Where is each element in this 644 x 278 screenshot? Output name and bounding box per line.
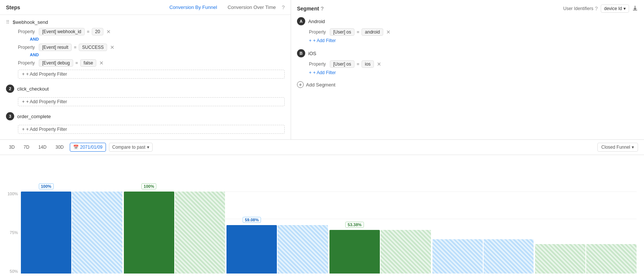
filter-label: Property [18, 29, 37, 34]
tab-time[interactable]: Conversion Over Time [223, 3, 280, 12]
remove-filter-btn[interactable]: ✕ [109, 45, 115, 50]
bottom-section: 3D 7D 14D 30D 📅 2071/01/09 Compare to pa… [0, 140, 644, 278]
tab-funnel[interactable]: Conversion By Funnel [165, 3, 222, 12]
segment-android-filters: Property [User] os = android ✕ + + Add F… [309, 28, 638, 43]
add-property-filter-btn-1[interactable]: + + Add Property Filter [18, 70, 285, 79]
bar [175, 192, 225, 274]
remove-filter-btn[interactable]: ✕ [385, 29, 391, 35]
bar-group-2: 100% [124, 192, 225, 274]
bar-group-5 [432, 192, 534, 274]
filter-op: = [75, 60, 78, 66]
filter-row: Property [Event] result = SUCCESS ✕ [18, 44, 285, 51]
step-3-header: 3 order_complete [6, 112, 285, 120]
compare-btn[interactable]: Compare to past ▾ [109, 143, 153, 152]
bars-container: 100% 100% 59.08% 53.38% [21, 192, 637, 274]
remove-filter-btn[interactable]: ✕ [376, 61, 382, 67]
remove-filter-btn[interactable]: ✕ [106, 29, 112, 34]
filter-row: Property [User] os = ios ✕ [309, 60, 638, 68]
steps-header: Steps Conversion By Funnel Conversion Ov… [0, 0, 291, 15]
filter-op: = [357, 29, 359, 35]
bar [586, 244, 637, 274]
time-btn-3d[interactable]: 3D [6, 143, 18, 151]
filter-value: ios [362, 60, 374, 68]
chevron-down-icon: ▾ [147, 145, 149, 150]
add-property-filter-btn-3[interactable]: + + Add Property Filter [18, 125, 285, 134]
help-icon[interactable]: ? [282, 4, 285, 10]
y-label: 75% [7, 230, 18, 235]
segment-ios-filters: Property [User] os = ios ✕ + + Add Filte… [309, 60, 638, 75]
bar-group-3: 59.08% [226, 192, 328, 274]
plus-icon: + [297, 81, 304, 88]
time-btn-14d[interactable]: 14D [35, 143, 50, 151]
bar [72, 192, 122, 274]
y-label: 100% [7, 192, 18, 196]
calendar-icon: 📅 [73, 145, 79, 150]
filter-value: false [80, 59, 96, 67]
filter-value: android [362, 28, 383, 36]
bar-group-6 [535, 192, 637, 274]
segment-header: Segment ? User Identifiers ? device Id ▾ [297, 4, 638, 13]
filter-field[interactable]: [User] os [330, 60, 354, 68]
segment-group-ios: B iOS Property [User] os = ios ✕ + + Add… [297, 49, 638, 75]
step-2-name: click_checkout [17, 86, 49, 92]
filter-field[interactable]: [Event] debug [39, 59, 73, 67]
add-filter-label: + Add Property Filter [26, 99, 67, 104]
step-number: 2 [6, 85, 14, 93]
add-filter-ios-btn[interactable]: + + Add Filter [309, 70, 336, 75]
filter-field[interactable]: [Event] result [39, 44, 72, 51]
date-value: 2071/01/09 [80, 145, 103, 150]
add-segment-label: Add Segment [306, 82, 335, 88]
filter-field[interactable]: [User] os [330, 28, 354, 36]
step-1-header: ⠿ $webhook_send [6, 19, 285, 25]
bar-label: 100% [141, 183, 156, 189]
segment-panel: Segment ? User Identifiers ? device Id ▾ [291, 0, 644, 139]
step-1-filters: Property [Event] webhook_id = 20 ✕ AND P… [18, 28, 285, 79]
and-label: AND [30, 53, 285, 57]
date-picker-btn[interactable]: 📅 2071/01/09 [70, 143, 106, 152]
filter-row: Property [User] os = android ✕ [309, 28, 638, 36]
steps-content: ⠿ $webhook_send Property [Event] webhook… [0, 15, 291, 139]
bar [278, 225, 328, 274]
bar: 53.38% [329, 230, 380, 274]
step-2-filters: + + Add Property Filter [18, 96, 285, 106]
filter-label: Property [18, 45, 37, 50]
segment-title: Segment ? [297, 6, 324, 12]
drag-handle[interactable]: ⠿ [6, 19, 10, 25]
steps-title: Steps [6, 4, 20, 10]
segment-controls: User Identifiers ? device Id ▾ [563, 4, 638, 13]
step-1-name: $webhook_send [13, 19, 48, 25]
add-filter-android-btn[interactable]: + + Add Filter [309, 38, 336, 43]
time-btn-30d[interactable]: 30D [53, 143, 67, 151]
bar-label: 59.08% [243, 217, 261, 223]
segment-letter-b: B [297, 49, 305, 57]
filter-label: Property [309, 61, 328, 67]
filter-op: = [87, 29, 90, 34]
chevron-down-icon: ▾ [632, 145, 634, 150]
add-filter-label: + Add Property Filter [26, 72, 67, 77]
chart-area: 100% 75% 50% 100% 100% [0, 155, 644, 278]
segment-help-icon[interactable]: ? [321, 6, 324, 12]
filter-row: Property [Event] webhook_id = 20 ✕ [18, 28, 285, 35]
filter-value: SUCCESS [79, 44, 107, 51]
filter-row: Property [Event] debug = false ✕ [18, 59, 285, 67]
step-item: ⠿ $webhook_send Property [Event] webhook… [6, 19, 285, 79]
device-id-dropdown[interactable]: device Id ▾ [601, 4, 629, 13]
step-3-filters: + + Add Property Filter [18, 123, 285, 134]
filter-field[interactable]: [Event] webhook_id [39, 28, 85, 35]
step-item: 3 order_complete + + Add Property Filter [6, 112, 285, 134]
step-item: 2 click_checkout + + Add Property Filter [6, 85, 285, 106]
bar [432, 239, 483, 274]
steps-panel: Steps Conversion By Funnel Conversion Ov… [0, 0, 291, 139]
remove-filter-btn[interactable]: ✕ [99, 60, 104, 66]
download-btn[interactable] [632, 5, 638, 12]
user-id-help-icon[interactable]: ? [595, 6, 598, 12]
add-segment-btn[interactable]: + Add Segment [297, 81, 335, 88]
funnel-type-btn[interactable]: Closed Funnel ▾ [597, 143, 638, 152]
bar [381, 230, 431, 274]
time-btn-7d[interactable]: 7D [21, 143, 32, 151]
tab-buttons: Conversion By Funnel Conversion Over Tim… [165, 3, 285, 12]
bar-group-1: 100% [21, 192, 122, 274]
add-property-filter-btn-2[interactable]: + + Add Property Filter [18, 97, 285, 106]
bar: 59.08% [226, 225, 277, 274]
bar-group-4: 53.38% [329, 192, 431, 274]
